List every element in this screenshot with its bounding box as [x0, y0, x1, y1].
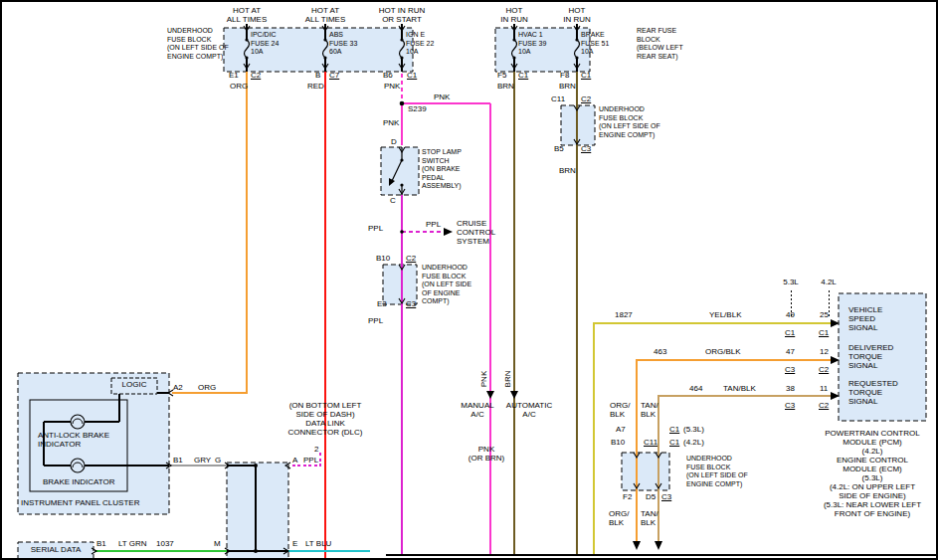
wire-label-org-blk: ORG/BLK [705, 347, 741, 356]
arrow-org-blk-continue [633, 541, 641, 550]
pin-c11: C11 [551, 94, 565, 103]
serial-data-label: SERIAL DATA [31, 545, 82, 554]
conn-c1-49: C1 [785, 328, 795, 337]
pin-e3: E3 [377, 299, 387, 308]
pin-d: D [391, 137, 397, 146]
wire-label-org-blk-v2: ORG/ BLK [609, 509, 629, 527]
wire-label-brn-vert: BRN [503, 371, 512, 388]
pin-f2: F2 [623, 492, 632, 501]
pin-12: 12 [820, 347, 829, 356]
conn-c2-c11: C2 [581, 94, 591, 103]
variant-4-2l: (4.2L) [683, 438, 704, 447]
wire-label-tan-blk-v2: TAN/ BLK [641, 509, 658, 527]
dlc-label: (ON BOTTOM LEFT SIDE OF DASH) DATA LINK … [288, 401, 363, 437]
pin-b1: B1 [173, 456, 183, 465]
feed-hot-4: HOT IN RUN [500, 6, 528, 24]
wire-num-464: 464 [689, 384, 702, 393]
wire-label-brn-1: BRN [497, 82, 514, 91]
pin-d5: D5 [646, 492, 656, 501]
engine-4-2l-label: 4.2L [821, 278, 837, 286]
underhood-b10-label: UNDERHOOD FUSE BLOCK (ON LEFT SIDE OF EN… [422, 264, 471, 306]
conn-c1-ign: C1 [407, 71, 417, 80]
wire-num-1827: 1827 [615, 310, 633, 319]
wire-tan-blk [658, 396, 838, 546]
underhood-c11-label: UNDERHOOD FUSE BLOCK (ON LEFT SIDE OF EN… [599, 105, 660, 139]
underhood-right-label: UNDERHOOD FUSE BLOCK (ON LEFT SIDE OF EN… [686, 455, 748, 488]
conn-c1-53: C1 [669, 425, 679, 434]
fuse-ign-e: IGN E FUSE 22 10A [406, 31, 434, 57]
pcm-label: POWERTRAIN CONTROL MODULE (PCM) (4.2L) E… [824, 429, 921, 518]
pin-25: 25 [820, 310, 829, 319]
pin-c: C [390, 196, 396, 205]
stop-lamp-switch-label: STOP LAMP SWITCH (ON BRAKE PEDAL ASSEMBL… [422, 148, 462, 191]
splice-s239-dot [400, 101, 405, 106]
wiring-diagram: HOT AT ALL TIMES HOT AT ALL TIMES HOT IN… [0, 0, 938, 560]
wire-label-brn-2: BRN [559, 82, 576, 91]
logic-label: LOGIC [122, 380, 147, 389]
cruise-control-label: CRUISE CONTROL SYSTEM [457, 219, 495, 246]
wire-label-lt-grn: LT GRN [118, 539, 147, 548]
rear-block-label: REAR FUSE BLOCK (BELOW LEFT REAR SEAT) [637, 27, 683, 61]
conn-c2-11: C2 [819, 401, 829, 410]
automatic-ac-label: AUTOMATIC A/C [506, 401, 552, 419]
pnk-or-brn-label: PNK (OR BRN) [469, 445, 504, 463]
wire-label-tan-blk: TAN/BLK [723, 384, 756, 393]
conn-c3-47: C3 [785, 365, 795, 374]
wire-label-pnk-3: PNK [383, 118, 399, 127]
requested-torque-label: REQUESTED TORQUE SIGNAL [848, 379, 898, 406]
component-boxes [18, 28, 926, 559]
brake-indicator-label: BRAKE INDICATOR [43, 477, 115, 486]
conn-c1-brake: C1 [581, 71, 591, 80]
arrow-to-cruise [444, 228, 453, 236]
pin-a2: A2 [173, 383, 183, 392]
wire-yel-blk [594, 323, 838, 554]
pin-b10-right: B10 [611, 438, 625, 447]
pin-49: 49 [786, 310, 795, 319]
underhood-main-label: UNDERHOOD FUSE BLOCK (ON LEFT SIDE OF EN… [167, 27, 229, 61]
wires [44, 24, 936, 558]
pin-f8: F8 [560, 71, 569, 80]
conn-c11-right: C11 [644, 438, 657, 447]
fuse-brake: BRAKE FUSE 51 10A [581, 31, 609, 57]
cluster-label: INSTRUMENT PANEL CLUSTER [21, 498, 139, 507]
abs-indicator-label: ANTI-LOCK BRAKE INDICATOR [38, 431, 109, 449]
wire-label-org-2: ORG [198, 383, 216, 392]
vss-signal-label: VEHICLE SPEED SIGNAL [848, 305, 882, 332]
conn-c1-42: C1 [669, 438, 679, 447]
wire-label-pnk-vert: PNK [479, 371, 488, 387]
splice-s239-label: S239 [408, 104, 427, 113]
conn-c1-25: C1 [819, 328, 829, 337]
wire-label-gry: GRY [194, 456, 211, 465]
wire-label-red: RED [307, 82, 324, 91]
arrow-to-manual-ac [486, 391, 494, 399]
wire-label-ppl-1: PPL [368, 224, 383, 233]
feed-hot-3: HOT IN RUN OR START [379, 6, 426, 24]
wire-label-org-blk-v1: ORG/ BLK [610, 401, 630, 419]
arrow-tan-blk-continue [655, 541, 662, 550]
wire-label-yel-blk: YEL/BLK [709, 310, 741, 319]
fuse-ipc-dic: IPC/DIC FUSE 24 10A [251, 31, 279, 57]
pin-b10: B10 [376, 254, 390, 263]
pin-b1-serial: B1 [96, 539, 106, 548]
conn-c1-hvac: C1 [518, 71, 528, 80]
pin-47: 47 [786, 347, 795, 356]
underhood-right-box [622, 453, 669, 490]
engine-5-3l-label: 5.3L [783, 278, 799, 286]
manual-ac-label: MANUAL A/C [461, 401, 493, 419]
conn-c2-b10: C2 [406, 254, 416, 263]
feed-hot-2: HOT AT ALL TIMES [305, 6, 345, 24]
wire-num-463: 463 [654, 347, 666, 356]
feed-hot-1: HOT AT ALL TIMES [227, 6, 267, 24]
conn-c3-d5: C3 [661, 492, 671, 501]
wire-label-lt-blu: LT BLU [305, 539, 331, 548]
wire-num-1037: 1037 [156, 539, 174, 548]
wire-label-ppl-2: PPL [426, 220, 441, 229]
pin-e: E [292, 539, 297, 548]
conn-c7: C7 [329, 71, 339, 80]
pin-b6: B6 [383, 71, 393, 80]
wire-org [172, 72, 247, 393]
pin-f5: F5 [497, 71, 506, 80]
conn-c3-38: C3 [785, 401, 795, 410]
pin-g: G [215, 456, 221, 465]
stop-lamp-switch-box [381, 147, 419, 195]
